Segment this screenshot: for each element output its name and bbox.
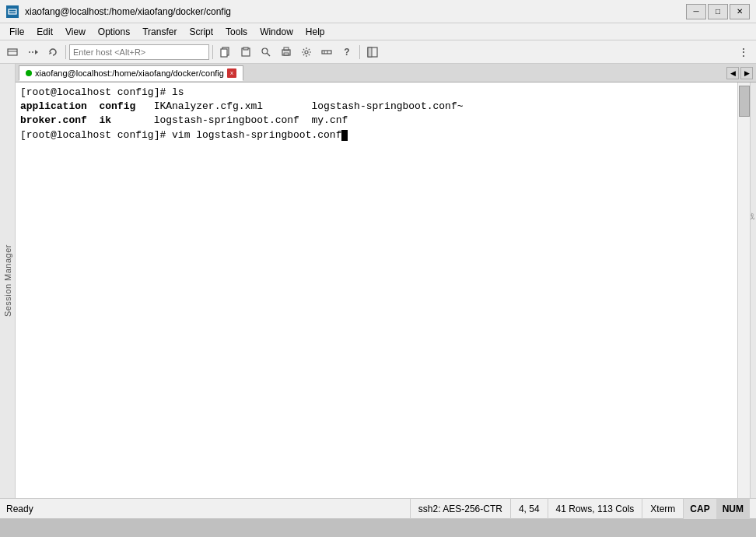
menu-help[interactable]: Help [299, 25, 331, 39]
svg-marker-6 [49, 52, 52, 54]
menu-window[interactable]: Window [254, 25, 299, 39]
status-info: ssh2: AES-256-CTR 4, 54 41 Rows, 113 Col… [410, 499, 750, 519]
app-icon [6, 5, 19, 18]
menu-view[interactable]: View [59, 25, 92, 39]
terminal-area: [root@localhost config]# ls application … [16, 82, 756, 498]
menu-bar: File Edit View Options Transfer Script T… [0, 23, 756, 40]
side-char-1: 战 [750, 207, 756, 498]
tab-navigation: ◀ ▶ [726, 67, 753, 79]
find-button[interactable] [257, 44, 275, 61]
host-input[interactable] [69, 44, 209, 60]
toolbar: ? ⋮ [0, 40, 756, 64]
terminal-line-4: [root@localhost config]# vim logstash-sp… [20, 128, 733, 142]
settings-button[interactable] [297, 44, 316, 61]
svg-rect-17 [322, 51, 331, 54]
print-button[interactable] [277, 44, 296, 61]
window-controls: ─ □ ✕ [686, 4, 750, 19]
tab-status-icon [26, 70, 32, 76]
terminal-cursor [341, 130, 348, 141]
svg-rect-15 [284, 53, 289, 55]
reconnect-button[interactable] [44, 44, 62, 61]
menu-script[interactable]: Script [183, 25, 219, 39]
help-button[interactable]: ? [338, 44, 356, 61]
status-dimensions: 41 Rows, 113 Cols [548, 499, 642, 519]
svg-rect-21 [368, 47, 372, 57]
terminal-container: xiaofang@localhost:/home/xiaofang/docker… [16, 64, 756, 498]
toolbar-separator-1 [65, 45, 66, 59]
tab-close-button[interactable]: x [227, 68, 236, 78]
status-cap: CAP [683, 499, 716, 519]
panel-button[interactable] [363, 44, 382, 61]
status-position: 4, 54 [510, 499, 548, 519]
toolbar-separator-3 [359, 45, 360, 59]
menu-tools[interactable]: Tools [219, 25, 254, 39]
menu-edit[interactable]: Edit [30, 25, 59, 39]
status-encryption: ssh2: AES-256-CTR [410, 499, 510, 519]
tools2-button[interactable] [317, 44, 336, 61]
status-num: NUM [716, 499, 750, 519]
svg-rect-10 [243, 47, 248, 50]
bold-config: config [99, 100, 135, 112]
svg-rect-3 [8, 49, 17, 55]
menu-options[interactable]: Options [92, 25, 136, 39]
copy-button[interactable] [216, 44, 235, 61]
title-bar: xiaofang@localhost:/home/xiaofang/docker… [0, 0, 756, 23]
session-manager-panel[interactable]: Session Manager [0, 64, 16, 498]
menu-file[interactable]: File [3, 25, 30, 39]
terminal-line-2: application config IKAnalyzer.cfg.xml lo… [20, 100, 733, 114]
status-ready: Ready [6, 504, 410, 514]
paste-button[interactable] [236, 44, 255, 61]
maximize-button[interactable]: □ [708, 4, 728, 19]
bold-application: application [20, 100, 87, 112]
new-session-button[interactable] [3, 44, 22, 61]
tab-label: xiaofang@localhost:/home/xiaofang/docker… [35, 68, 224, 78]
minimize-button[interactable]: ─ [686, 4, 706, 19]
disconnect-button[interactable] [23, 44, 42, 61]
svg-line-12 [267, 53, 270, 56]
tab-next-button[interactable]: ▶ [740, 67, 753, 79]
status-terminal: Xterm [642, 499, 683, 519]
menu-transfer[interactable]: Transfer [136, 25, 183, 39]
svg-rect-8 [221, 49, 227, 57]
terminal[interactable]: [root@localhost config]# ls application … [16, 82, 737, 498]
scroll-thumb[interactable] [739, 86, 750, 117]
bold-ik: ik [99, 114, 111, 126]
tab-bar: xiaofang@localhost:/home/xiaofang/docker… [16, 64, 756, 82]
svg-marker-5 [35, 50, 38, 54]
svg-point-16 [305, 51, 308, 54]
scrollbar[interactable] [737, 82, 750, 498]
extra-button[interactable]: ⋮ [734, 44, 753, 61]
main-area: Session Manager xiaofang@localhost:/home… [0, 64, 756, 498]
terminal-line-3: broker.conf ik logstash-springboot.conf … [20, 114, 733, 128]
title-bar-text: xiaofang@localhost:/home/xiaofang/docker… [25, 6, 680, 17]
status-bar: Ready ssh2: AES-256-CTR 4, 54 41 Rows, 1… [0, 498, 756, 518]
terminal-line-1: [root@localhost config]# ls [20, 86, 733, 100]
toolbar-separator-2 [212, 45, 213, 59]
side-panel: 战 秘 拭 [750, 82, 756, 498]
tab-prev-button[interactable]: ◀ [726, 67, 739, 79]
session-manager-label: Session Manager [3, 244, 12, 317]
bold-broker: broker.conf [20, 114, 87, 126]
active-tab[interactable]: xiaofang@localhost:/home/xiaofang/docker… [19, 65, 243, 81]
close-button[interactable]: ✕ [730, 4, 750, 19]
svg-point-11 [262, 48, 268, 54]
